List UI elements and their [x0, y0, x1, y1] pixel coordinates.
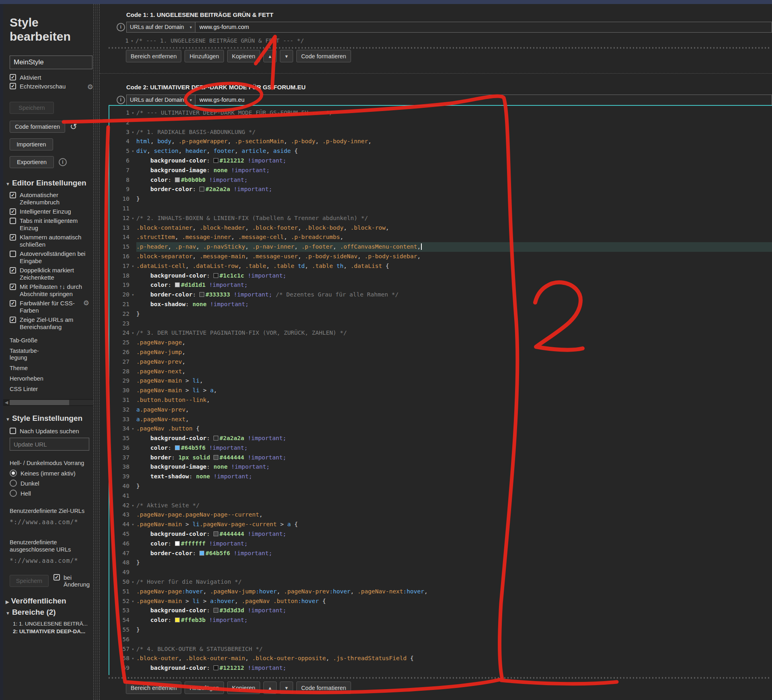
live-preview-checkbox[interactable]: ✓ Echtzeitvorschau ⚙ [10, 83, 93, 91]
info-icon[interactable]: i [59, 158, 67, 166]
undo-icon[interactable]: ↺ [70, 122, 77, 132]
import-button[interactable]: Importieren [10, 138, 53, 150]
section-kopieren-button[interactable]: Kopieren [227, 681, 260, 694]
fold-arrow-icon[interactable]: ▾ [129, 654, 136, 663]
scrollbar-track[interactable] [69, 400, 93, 405]
move-down-button[interactable]: ▼ [280, 681, 293, 694]
code-text: border-color: #333333 !important; /* Dez… [136, 290, 772, 300]
checkbox-icon[interactable]: ✓ [10, 74, 16, 80]
fold-arrow-icon[interactable]: ▾ [129, 424, 136, 434]
code2-editor[interactable]: 1▾/* --- ULTIMATIVER DEEP-DARK MODE FÜR … [109, 105, 772, 675]
update-url-input[interactable] [10, 438, 89, 451]
checkbox-icon[interactable]: ✓ [10, 192, 16, 198]
fold-arrow-icon[interactable]: ▾ [129, 501, 136, 511]
editor-option-checkbox[interactable]: ✓Intelligenter Einzug [10, 208, 89, 215]
fold-arrow-icon[interactable]: ▾ [129, 290, 136, 300]
code1-resize-handle[interactable] [109, 47, 770, 49]
checkbox-icon[interactable]: ✓ [10, 234, 16, 241]
editor-settings-header[interactable]: ▼Editor Einstellungen [6, 179, 93, 187]
editor-option-label: Autovervollständigen bei Eingabe [20, 250, 89, 265]
check-updates-checkbox[interactable]: Nach Updates suchen [10, 428, 93, 434]
move-down-button[interactable]: ▼ [280, 50, 293, 62]
code2-title: Code 2: ULTIMATIVER DEEP-DARK MODE FÜR G… [126, 84, 306, 91]
mode-radio-option[interactable]: Keines (immer aktiv) [10, 469, 93, 477]
gear-icon[interactable]: ⚙ [87, 83, 93, 91]
fold-arrow-icon[interactable]: ▾ [129, 520, 136, 529]
line-number: 5 [109, 146, 129, 156]
code1-editor[interactable]: 1▾/* --- 1. UNGELESENE BEITRÄGE GRÜN & F… [109, 36, 772, 46]
gear-icon[interactable]: ⚙ [83, 300, 89, 307]
move-up-button[interactable]: ▲ [263, 50, 277, 62]
code2-resize-handle[interactable] [109, 677, 770, 679]
section-code-formatieren-button[interactable]: Code formatieren [296, 50, 351, 62]
checkbox-icon[interactable] [10, 251, 16, 257]
save-button[interactable]: Speichern [10, 102, 54, 114]
radio-icon[interactable] [10, 480, 17, 487]
move-up-button[interactable]: ▲ [263, 681, 277, 694]
code1-url-input[interactable] [195, 22, 772, 33]
editor-option-checkbox[interactable]: ✓Doppelklick markiert Zeichenkette [10, 267, 89, 281]
fold-arrow-icon[interactable]: ▾ [129, 146, 136, 156]
fold-arrow-icon[interactable]: ▾ [129, 261, 136, 271]
checkbox-icon[interactable]: ✓ [10, 284, 16, 290]
fold-arrow-icon[interactable]: ▾ [129, 328, 136, 338]
section-bereich-entfernen-button[interactable]: Bereich entfernen [126, 681, 181, 694]
editor-option-checkbox[interactable]: ✓Automatischer Zeilenumbruch [10, 191, 89, 206]
checkbox-icon[interactable]: ✓ [10, 267, 16, 274]
editor-option-checkbox[interactable]: ✓Farbwähler für CSS-Farben⚙ [10, 300, 89, 314]
fold-arrow-icon[interactable]: ▾ [129, 214, 136, 223]
panel-splitter[interactable] [93, 4, 100, 700]
sections-header[interactable]: ▼Bereiche (2) [6, 608, 93, 617]
sidebar-horizontal-scrollbar[interactable]: ◀ [3, 399, 93, 406]
fold-arrow-icon[interactable]: ▾ [129, 597, 136, 606]
section-hinzuf-gen-button[interactable]: Hinzufügen [185, 50, 224, 62]
on-change-checkbox[interactable]: ✓ bei Änderung [53, 574, 93, 588]
radio-icon[interactable] [10, 490, 17, 497]
code-text: background-image: none !important; [136, 462, 772, 472]
custom-include-placeholder[interactable]: *://www.aaa.com/* [10, 519, 93, 526]
scrollbar-thumb[interactable] [10, 400, 69, 405]
checkbox-icon[interactable] [10, 428, 16, 434]
code2-url-input[interactable] [195, 95, 772, 105]
fold-arrow-icon[interactable]: ▾ [129, 128, 136, 137]
fold-arrow-icon[interactable]: ▾ [129, 36, 136, 46]
section-bereich-entfernen-button[interactable]: Bereich entfernen [126, 50, 181, 62]
section-hinzuf-gen-button[interactable]: Hinzufügen [185, 681, 224, 694]
section-kopieren-button[interactable]: Kopieren [227, 50, 260, 62]
section-link[interactable]: 2: ULTIMATIVER DEEP-DA... [13, 628, 93, 635]
style-name-input[interactable] [10, 56, 92, 69]
mode-radio-option[interactable]: Dunkel [10, 480, 93, 487]
editor-option-checkbox[interactable]: ✓Klammern automatisch schließen [10, 234, 89, 248]
fold-arrow-icon[interactable]: ▾ [129, 644, 136, 654]
editor-option-checkbox[interactable]: Tabs mit intelligentem Einzug [10, 217, 89, 232]
code-text: .pageNav .button { [136, 424, 772, 434]
info-icon[interactable]: i [117, 23, 125, 31]
checkbox-icon[interactable] [10, 218, 16, 224]
code2-apply-dropdown[interactable]: URLs auf der Domain▾ [126, 95, 195, 105]
fold-arrow-icon[interactable]: ▾ [129, 108, 136, 118]
format-code-button[interactable]: Code formatieren [10, 121, 65, 133]
section-link[interactable]: 1: 1. UNGELESENE BEITRÄ... [13, 620, 93, 628]
style-settings-header[interactable]: ▼Style Einstellungen [6, 414, 93, 423]
checkbox-icon[interactable]: ✓ [10, 83, 16, 89]
scroll-left-icon[interactable]: ◀ [3, 400, 10, 405]
checkbox-icon[interactable]: ✓ [53, 574, 60, 581]
editor-option-checkbox[interactable]: ✓Mit Pfeiltasten ↑↓ durch Abschnitte spr… [10, 283, 89, 298]
enabled-checkbox[interactable]: ✓ Aktiviert [10, 74, 93, 81]
fold-arrow-icon[interactable]: ▾ [129, 577, 136, 587]
checkbox-icon[interactable]: ✓ [10, 317, 16, 323]
editor-option-checkbox[interactable]: ✓Zeige Ziel-URLs am Bereichsanfang [10, 316, 89, 331]
publish-header[interactable]: ▶Veröffentlichen [6, 597, 93, 605]
checkbox-icon[interactable]: ✓ [10, 300, 16, 307]
info-icon[interactable]: i [117, 96, 125, 104]
radio-icon[interactable] [10, 469, 17, 477]
code1-apply-dropdown[interactable]: URLs auf der Domain▾ [126, 22, 195, 33]
mode-radio-option[interactable]: Hell [10, 490, 93, 497]
custom-exclude-placeholder[interactable]: *://www.aaa.com/* [10, 557, 93, 564]
line-number: 59 [109, 663, 129, 673]
export-button[interactable]: Exportieren [10, 156, 54, 168]
checkbox-icon[interactable]: ✓ [10, 208, 16, 215]
editor-option-checkbox[interactable]: Autovervollständigen bei Eingabe [10, 250, 89, 265]
save-settings-button[interactable]: Speichern [10, 575, 49, 587]
section-code-formatieren-button[interactable]: Code formatieren [296, 681, 351, 694]
